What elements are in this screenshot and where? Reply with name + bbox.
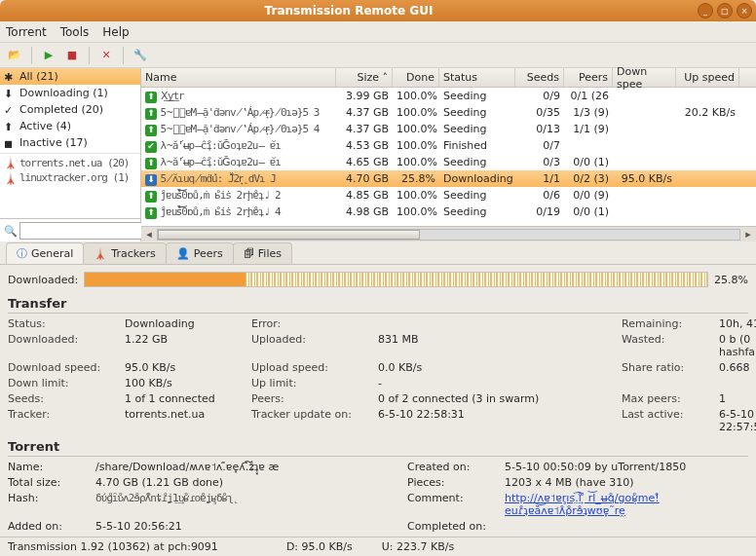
torrent-kv: Name:/share/Download/ʍʌɐ˦ʌ.͊ɐe͓ʎ.͊͠ʑ̊ʇ͓ɐ…	[8, 461, 748, 533]
filter-label: Completed (20)	[19, 103, 103, 116]
search-icon: 🔍	[4, 225, 16, 237]
filter-label: torrents.net.ua (20)	[19, 157, 129, 169]
table-row[interactable]: ⬆ λ̴ắ'ʉp̶ĉʇ̊:ŭG͊oʇɐ2u̶ ̆ɐı4.65 GB100.0%S…	[141, 154, 756, 170]
torrent-title: Torrent	[8, 439, 748, 457]
horizontal-scrollbar[interactable]: ◂ ▸	[141, 226, 756, 241]
table-row[interactable]: ⬆ j̊ɐus̊͝0ɒů,ṁ ̊ьiṡ 2rḩɐ̊ʇ♩ 44.98 GB100…	[141, 204, 756, 220]
column-header-done[interactable]: Done	[393, 68, 439, 87]
tab-trackers[interactable]: 🗼Trackers	[83, 242, 166, 264]
column-header-seeds[interactable]: Seeds	[515, 68, 564, 87]
transfer-kv: Status:Downloading Error: Remaining:10h,…	[8, 317, 748, 433]
status-down-speed: D: 95.0 KB/s	[286, 540, 353, 553]
menu-tools[interactable]: Tools	[60, 25, 90, 39]
minimize-button[interactable]: _	[698, 3, 713, 19]
filter-label: linuxtracker.org (1)	[19, 171, 129, 184]
filter-icon: ⬇	[4, 88, 16, 99]
filter-icon: ⬆	[4, 121, 16, 132]
column-header-dspeed[interactable]: Down spee	[613, 68, 676, 87]
close-button[interactable]: ×	[737, 3, 752, 19]
filter-label: All (21)	[19, 70, 58, 83]
filter-row[interactable]: ✱All (21)	[0, 68, 140, 85]
menu-help[interactable]: Help	[102, 25, 129, 39]
maximize-button[interactable]: □	[717, 3, 733, 19]
tab-files[interactable]: 🗐Files	[233, 242, 292, 264]
filter-icon: 🗼	[4, 172, 16, 184]
menubar: Torrent Tools Help	[0, 21, 756, 43]
tab-peers[interactable]: 👤Peers	[166, 242, 234, 264]
table-row[interactable]: ⬆ 5̴͙͐ɐM̶ặ'ḋǝnv̸‛Áp̷r̶͎}̸0ɿǝ}5 44.37 GB1…	[141, 121, 756, 137]
table-row[interactable]: ⬇ 5̸ʌ̆ɿuq̸mḋ̽u: ̆J̊2r͎˛dVɿ J 4.70 GB25.8…	[141, 170, 756, 187]
start-button[interactable]: ▶	[40, 47, 57, 64]
window-title: Transmission Remote GUI	[4, 4, 694, 18]
detail-panel: Downloaded: 25.8% Transfer Status:Downlo…	[0, 265, 756, 537]
detail-tabs: ⓘGeneral 🗼Trackers 👤Peers 🗐Files	[0, 241, 756, 265]
filter-row[interactable]: 🗼linuxtracker.org (1)	[0, 169, 140, 186]
status-connection: Transmission 1.92 (10362) at pch:9091	[8, 540, 218, 553]
torrent-grid: NameSize ˄DoneStatusSeedsPeersDown speeU…	[141, 68, 756, 241]
filter-row[interactable]: ⬇Downloading (1)	[0, 85, 140, 101]
downloaded-pct: 25.8%	[714, 274, 748, 286]
remove-button[interactable]: ✕	[97, 47, 115, 64]
filter-row[interactable]: 🗼torrents.net.ua (20)	[0, 153, 140, 169]
column-header-status[interactable]: Status	[439, 68, 515, 87]
table-row[interactable]: ⬆ X͟y͟tr3.99 GB100.0%Seeding0/90/1 (26	[141, 88, 756, 104]
table-row[interactable]: ✔ λ̴ắ'ʉp̶ĉʇ̊:ŭG͊oʇɐ2u̶ ̆ɐı4.53 GB100.0%F…	[141, 137, 756, 154]
filter-icon: 🗼	[4, 157, 16, 168]
filter-icon: ◼	[4, 137, 16, 149]
sidebar: ✱All (21)⬇Downloading (1)✓Completed (20)…	[0, 68, 141, 241]
column-header-name[interactable]: Name	[141, 68, 336, 87]
stop-button[interactable]: ■	[63, 47, 81, 64]
open-button[interactable]: 📂	[6, 47, 23, 64]
menu-torrent[interactable]: Torrent	[6, 25, 47, 39]
column-header-peers[interactable]: Peers	[564, 68, 613, 87]
table-row[interactable]: ⬆ 5̴͙͐ɐM̶ặ'ḋǝnv̸‛Áp̷r̶͎}̸0ɿǝ}5 34.37 GB1…	[141, 104, 756, 121]
tab-general[interactable]: ⓘGeneral	[6, 242, 84, 264]
column-header-size[interactable]: Size ˄	[336, 68, 393, 87]
comment-link[interactable]: http://ʌɐ˦ɐr̥ıs.͢͡ı̊ ̊ r͝l_ʉq̊/ɡoʁ̊ͅme!̊…	[505, 492, 660, 517]
filter-row[interactable]: ⬆Active (4)	[0, 118, 140, 134]
filter-icon: ✱	[4, 71, 16, 83]
progress-bar	[84, 272, 708, 287]
status-up-speed: U: 223.7 KB/s	[382, 540, 454, 553]
filter-row[interactable]: ◼Inactive (17)	[0, 134, 140, 151]
transfer-title: Transfer	[8, 296, 748, 314]
downloaded-label: Downloaded:	[8, 274, 78, 286]
settings-button[interactable]: 🔧	[132, 47, 149, 64]
filter-icon: ✓	[4, 104, 16, 116]
filter-label: Active (4)	[19, 120, 71, 132]
filter-row[interactable]: ✓Completed (20)	[0, 101, 140, 118]
filter-label: Downloading (1)	[19, 87, 108, 99]
titlebar: Transmission Remote GUI _ □ ×	[0, 0, 756, 21]
filter-label: Inactive (17)	[19, 136, 88, 149]
statusbar: Transmission 1.92 (10362) at pch:9091 D:…	[0, 537, 756, 556]
column-header-uspeed[interactable]: Up speed	[676, 68, 739, 87]
table-row[interactable]: ⬆ j̊ɐus̊͝0ɒů,ṁ ̊ьiṡ 2rḩɐ̊ʇ♩ 24.85 GB100…	[141, 187, 756, 204]
